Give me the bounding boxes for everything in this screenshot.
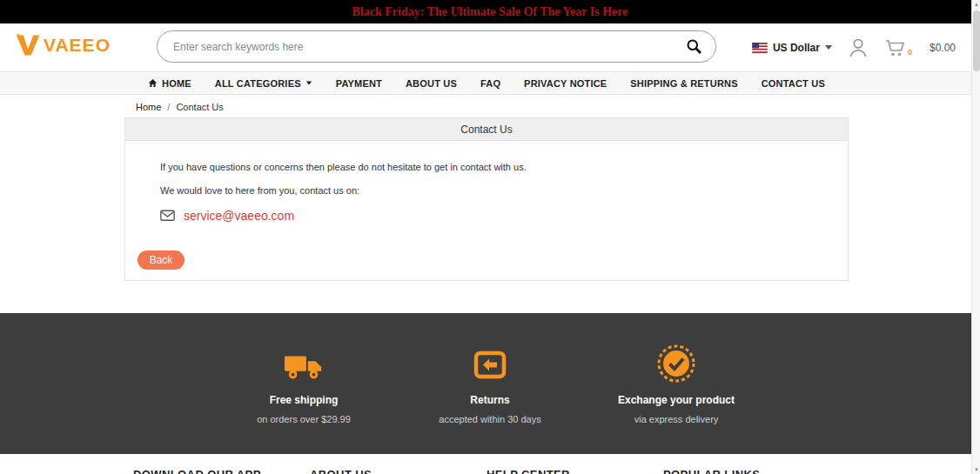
contact-panel: Contact Us If you have questions or conc…	[124, 117, 849, 281]
chevron-down-icon	[825, 45, 832, 50]
scroll-down-arrow[interactable]: ▼	[972, 465, 980, 474]
cart-icon	[884, 37, 907, 58]
logo[interactable]: VAEEO	[16, 32, 111, 58]
main-nav: HOME ALL CATEGORIES PAYMENT ABOUT US FAQ…	[0, 71, 980, 95]
promo-banner-text: Black Friday: The Ultimate Sale Of The Y…	[352, 5, 628, 19]
scrollbar-thumb[interactable]	[973, 10, 980, 71]
nav-item-privacy-notice[interactable]: PRIVACY NOTICE	[524, 78, 607, 89]
footer-col-download-app: DOWNLOAD OUR APP DAPATKAN DI	[133, 468, 310, 474]
footer-col-about-us: ABOUT US About Us	[310, 468, 487, 474]
back-button[interactable]: Back	[138, 250, 185, 270]
header-right: US Dollar 0 $0.00	[752, 23, 956, 71]
breadcrumb-home-link[interactable]: Home	[136, 102, 161, 112]
contact-paragraph-1: If you have questions or concerns then p…	[160, 162, 822, 172]
breadcrumb: Home / Contact Us	[0, 95, 980, 117]
breadcrumb-separator: /	[167, 102, 170, 112]
promo-banner: Black Friday: The Ultimate Sale Of The Y…	[0, 0, 980, 23]
verified-badge-icon	[611, 343, 742, 383]
scroll-up-arrow[interactable]: ▲	[972, 0, 980, 9]
nav-item-all-categories[interactable]: ALL CATEGORIES	[215, 78, 312, 89]
search-bar	[157, 30, 716, 63]
user-icon	[846, 36, 870, 60]
contact-email-link[interactable]: service@vaeeo.com	[184, 209, 294, 223]
cart-count-badge: 0	[908, 48, 912, 57]
feature-returns: Returns accepted within 30 days	[425, 343, 555, 454]
chevron-down-icon	[306, 82, 312, 85]
nav-item-about-us[interactable]: ABOUT US	[406, 78, 457, 89]
logo-text: VAEEO	[44, 35, 111, 56]
feature-title: Returns	[425, 394, 555, 406]
breadcrumb-current: Contact Us	[176, 102, 223, 112]
contact-paragraph-2: We would love to here from you, contact …	[160, 185, 822, 196]
package-return-icon	[425, 343, 555, 383]
account-button[interactable]	[846, 36, 870, 60]
feature-title: Exchange your product	[611, 394, 742, 406]
cart-button[interactable]: 0	[884, 37, 907, 58]
feature-subtitle: via express delivery	[611, 414, 742, 424]
us-flag-icon	[752, 43, 768, 53]
search-button[interactable]	[680, 37, 715, 56]
cart-total: $0.00	[930, 42, 956, 54]
footer: DOWNLOAD OUR APP DAPATKAN DI ABOUT US Ab…	[0, 454, 980, 474]
currency-label: US Dollar	[773, 42, 820, 54]
footer-col-popular-links: POPULAR LINKS Health & Personal Care	[663, 468, 840, 474]
feature-exchange: Exchange your product via express delive…	[611, 343, 742, 454]
nav-item-faq[interactable]: FAQ	[480, 78, 500, 89]
truck-icon	[238, 343, 369, 383]
search-input[interactable]	[158, 41, 680, 53]
nav-item-contact-us[interactable]: CONTACT US	[762, 78, 825, 89]
main-content: Contact Us If you have questions or conc…	[0, 117, 980, 313]
nav-item-shipping-returns[interactable]: SHIPPING & RETURNS	[630, 78, 737, 89]
footer-col-help-center: HELP CENTER Payment	[487, 468, 663, 474]
home-icon	[148, 78, 158, 88]
feature-subtitle: on orders over $29.99	[238, 414, 369, 424]
scrollbar[interactable]: ▲ ▼	[971, 0, 980, 474]
page-title: Contact Us	[460, 124, 512, 136]
envelope-icon	[160, 210, 175, 222]
feature-title: Free shipping	[238, 394, 369, 406]
nav-item-home[interactable]: HOME	[148, 78, 191, 89]
feature-free-shipping: Free shipping on orders over $29.99	[238, 343, 369, 454]
header: VAEEO US	[0, 23, 980, 71]
currency-selector[interactable]: US Dollar	[752, 42, 832, 54]
panel-header: Contact Us	[125, 118, 848, 141]
search-icon	[685, 37, 703, 56]
email-row: service@vaeeo.com	[160, 209, 822, 223]
feature-subtitle: accepted within 30 days	[425, 414, 555, 424]
nav-item-payment[interactable]: PAYMENT	[336, 78, 382, 89]
feature-strip: Free shipping on orders over $29.99 Retu…	[0, 313, 980, 454]
panel-body: If you have questions or concerns then p…	[125, 141, 848, 223]
logo-v-icon	[16, 32, 42, 58]
